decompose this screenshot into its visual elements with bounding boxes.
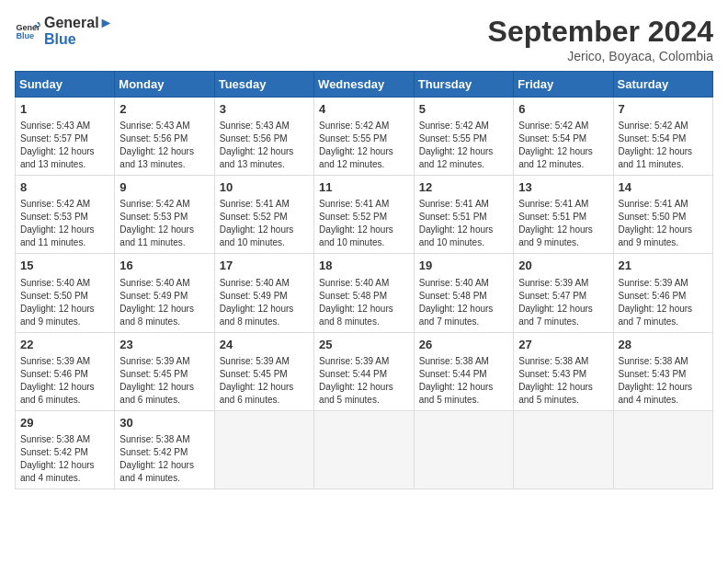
day-info: Sunrise: 5:40 AMSunset: 5:49 PMDaylight:…	[119, 277, 209, 328]
calendar-day-cell: 7Sunrise: 5:42 AMSunset: 5:54 PMDaylight…	[613, 98, 713, 176]
calendar-day-cell	[613, 410, 713, 488]
calendar-day-cell: 19Sunrise: 5:40 AMSunset: 5:48 PMDayligh…	[414, 254, 513, 332]
col-thursday: Thursday	[414, 72, 513, 98]
day-info: Sunrise: 5:38 AMSunset: 5:43 PMDaylight:…	[518, 355, 608, 407]
day-info: Sunrise: 5:40 AMSunset: 5:48 PMDaylight:…	[419, 277, 508, 328]
day-number: 13	[518, 179, 608, 196]
day-info: Sunrise: 5:42 AMSunset: 5:53 PMDaylight:…	[119, 198, 209, 249]
calendar-day-cell: 30Sunrise: 5:38 AMSunset: 5:42 PMDayligh…	[115, 410, 214, 488]
calendar-day-cell: 17Sunrise: 5:40 AMSunset: 5:49 PMDayligh…	[214, 254, 313, 332]
calendar-day-cell: 21Sunrise: 5:39 AMSunset: 5:46 PMDayligh…	[613, 254, 713, 332]
day-number: 4	[319, 101, 409, 118]
day-info: Sunrise: 5:40 AMSunset: 5:50 PMDaylight:…	[20, 277, 109, 328]
day-number: 30	[119, 415, 209, 431]
day-number: 22	[20, 337, 109, 353]
col-saturday: Saturday	[613, 72, 713, 98]
calendar-day-cell: 29Sunrise: 5:38 AMSunset: 5:42 PMDayligh…	[16, 410, 115, 488]
day-number: 8	[20, 179, 109, 196]
location: Jerico, Boyaca, Colombia	[488, 49, 713, 63]
calendar-day-cell: 13Sunrise: 5:41 AMSunset: 5:51 PMDayligh…	[514, 176, 613, 254]
day-info: Sunrise: 5:43 AMSunset: 5:57 PMDaylight:…	[20, 120, 109, 171]
day-info: Sunrise: 5:42 AMSunset: 5:53 PMDaylight:…	[20, 198, 109, 249]
day-info: Sunrise: 5:41 AMSunset: 5:52 PMDaylight:…	[319, 198, 409, 249]
day-number: 19	[419, 258, 508, 274]
day-number: 18	[319, 258, 409, 274]
day-info: Sunrise: 5:41 AMSunset: 5:52 PMDaylight:…	[220, 198, 309, 249]
calendar-day-cell: 24Sunrise: 5:39 AMSunset: 5:45 PMDayligh…	[214, 332, 313, 410]
day-info: Sunrise: 5:42 AMSunset: 5:54 PMDaylight:…	[619, 120, 709, 171]
calendar-day-cell: 4Sunrise: 5:42 AMSunset: 5:55 PMDaylight…	[314, 98, 415, 176]
day-number: 1	[20, 101, 109, 118]
day-number: 3	[220, 101, 309, 118]
day-info: Sunrise: 5:41 AMSunset: 5:51 PMDaylight:…	[518, 198, 608, 249]
day-number: 15	[20, 258, 109, 274]
calendar-day-cell: 10Sunrise: 5:41 AMSunset: 5:52 PMDayligh…	[214, 176, 313, 254]
calendar-week-row: 15Sunrise: 5:40 AMSunset: 5:50 PMDayligh…	[16, 254, 713, 332]
day-number: 17	[220, 258, 309, 274]
calendar-day-cell: 8Sunrise: 5:42 AMSunset: 5:53 PMDaylight…	[16, 176, 115, 254]
day-number: 10	[220, 179, 309, 196]
calendar-week-row: 29Sunrise: 5:38 AMSunset: 5:42 PMDayligh…	[16, 410, 713, 488]
calendar-week-row: 22Sunrise: 5:39 AMSunset: 5:46 PMDayligh…	[16, 332, 713, 410]
day-info: Sunrise: 5:39 AMSunset: 5:47 PMDaylight:…	[518, 277, 608, 328]
logo: General Blue General► Blue	[15, 15, 113, 47]
day-number: 27	[518, 337, 608, 353]
day-info: Sunrise: 5:42 AMSunset: 5:55 PMDaylight:…	[419, 120, 508, 171]
calendar-day-cell: 14Sunrise: 5:41 AMSunset: 5:50 PMDayligh…	[613, 176, 713, 254]
day-info: Sunrise: 5:40 AMSunset: 5:48 PMDaylight:…	[319, 277, 409, 328]
calendar-day-cell: 12Sunrise: 5:41 AMSunset: 5:51 PMDayligh…	[414, 176, 513, 254]
calendar-day-cell: 23Sunrise: 5:39 AMSunset: 5:45 PMDayligh…	[115, 332, 214, 410]
day-info: Sunrise: 5:41 AMSunset: 5:50 PMDaylight:…	[619, 198, 709, 249]
calendar-day-cell: 22Sunrise: 5:39 AMSunset: 5:46 PMDayligh…	[16, 332, 115, 410]
calendar-day-cell: 1Sunrise: 5:43 AMSunset: 5:57 PMDaylight…	[16, 98, 115, 176]
day-number: 7	[619, 101, 709, 118]
day-number: 14	[619, 179, 709, 196]
calendar-day-cell: 11Sunrise: 5:41 AMSunset: 5:52 PMDayligh…	[314, 176, 415, 254]
svg-text:Blue: Blue	[16, 31, 34, 40]
day-info: Sunrise: 5:42 AMSunset: 5:55 PMDaylight:…	[319, 120, 409, 171]
day-number: 9	[119, 179, 209, 196]
col-friday: Friday	[514, 72, 613, 98]
day-number: 2	[119, 101, 209, 118]
calendar-day-cell: 9Sunrise: 5:42 AMSunset: 5:53 PMDaylight…	[115, 176, 214, 254]
day-number: 26	[419, 337, 508, 353]
day-number: 20	[518, 258, 608, 274]
day-info: Sunrise: 5:39 AMSunset: 5:44 PMDaylight:…	[319, 355, 409, 407]
month-title: September 2024	[488, 15, 713, 49]
day-info: Sunrise: 5:39 AMSunset: 5:46 PMDaylight:…	[619, 277, 709, 328]
calendar-day-cell	[214, 410, 313, 488]
calendar-day-cell: 2Sunrise: 5:43 AMSunset: 5:56 PMDaylight…	[115, 98, 214, 176]
day-info: Sunrise: 5:38 AMSunset: 5:42 PMDaylight:…	[20, 433, 109, 485]
page-header: General Blue General► Blue September 202…	[15, 15, 713, 63]
day-number: 11	[319, 179, 409, 196]
day-info: Sunrise: 5:39 AMSunset: 5:45 PMDaylight:…	[220, 355, 309, 407]
day-number: 24	[220, 337, 309, 353]
calendar-day-cell: 28Sunrise: 5:38 AMSunset: 5:43 PMDayligh…	[613, 332, 713, 410]
calendar-day-cell: 6Sunrise: 5:42 AMSunset: 5:54 PMDaylight…	[514, 98, 613, 176]
calendar-week-row: 1Sunrise: 5:43 AMSunset: 5:57 PMDaylight…	[16, 98, 713, 176]
day-info: Sunrise: 5:41 AMSunset: 5:51 PMDaylight:…	[419, 198, 508, 249]
calendar-day-cell	[514, 410, 613, 488]
day-info: Sunrise: 5:39 AMSunset: 5:45 PMDaylight:…	[119, 355, 209, 407]
calendar-day-cell: 25Sunrise: 5:39 AMSunset: 5:44 PMDayligh…	[314, 332, 415, 410]
day-info: Sunrise: 5:38 AMSunset: 5:44 PMDaylight:…	[419, 355, 508, 407]
calendar-header-row: Sunday Monday Tuesday Wednesday Thursday…	[16, 72, 713, 98]
day-info: Sunrise: 5:43 AMSunset: 5:56 PMDaylight:…	[220, 120, 309, 171]
col-sunday: Sunday	[16, 72, 115, 98]
calendar-day-cell: 18Sunrise: 5:40 AMSunset: 5:48 PMDayligh…	[314, 254, 415, 332]
day-number: 23	[119, 337, 209, 353]
col-monday: Monday	[115, 72, 214, 98]
calendar-day-cell	[314, 410, 415, 488]
day-info: Sunrise: 5:40 AMSunset: 5:49 PMDaylight:…	[220, 277, 309, 328]
day-info: Sunrise: 5:38 AMSunset: 5:43 PMDaylight:…	[619, 355, 709, 407]
day-number: 12	[419, 179, 508, 196]
calendar-day-cell: 3Sunrise: 5:43 AMSunset: 5:56 PMDaylight…	[214, 98, 313, 176]
calendar-day-cell: 26Sunrise: 5:38 AMSunset: 5:44 PMDayligh…	[414, 332, 513, 410]
title-block: September 2024 Jerico, Boyaca, Colombia	[488, 15, 713, 63]
day-number: 16	[119, 258, 209, 274]
day-number: 6	[518, 101, 608, 118]
day-number: 5	[419, 101, 508, 118]
logo-icon: General Blue	[15, 18, 40, 44]
col-tuesday: Tuesday	[214, 72, 313, 98]
day-number: 29	[20, 415, 109, 431]
